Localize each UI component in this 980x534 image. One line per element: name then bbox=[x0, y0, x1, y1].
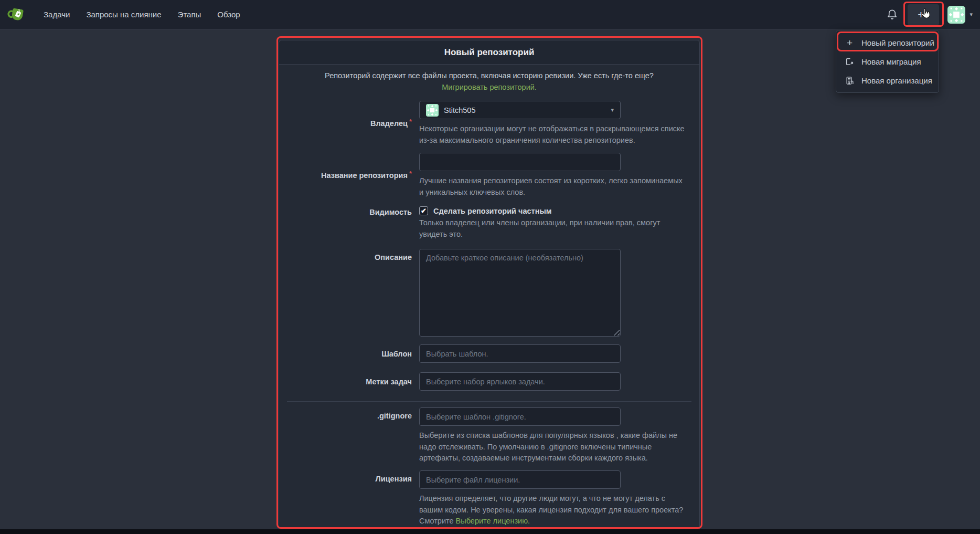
top-navbar: Задачи Запросы на слияние Этапы Обзор + … bbox=[0, 0, 980, 29]
migrate-repository-link[interactable]: Мигрировать репозиторий. bbox=[442, 83, 537, 91]
label-text: Видимость bbox=[369, 208, 412, 216]
bottom-edge-strip bbox=[0, 529, 980, 534]
repo-name-label: Название репозитория* bbox=[279, 171, 419, 180]
main-nav: Задачи Запросы на слияние Этапы Обзор bbox=[44, 10, 240, 19]
license-helper-text: Лицензия определяет, что другие люди мог… bbox=[419, 493, 686, 527]
menu-item-label: Новая организация bbox=[861, 76, 932, 85]
chevron-down-icon: ▾ bbox=[611, 107, 614, 113]
owner-helper-text: Некоторые организации могут не отображат… bbox=[419, 123, 686, 146]
issue-labels-field-row: Метки задач bbox=[279, 372, 699, 391]
private-checkbox-label[interactable]: Сделать репозиторий частным bbox=[433, 207, 552, 215]
template-label: Шаблон bbox=[279, 350, 419, 358]
gitignore-helper-text: Выберите из списка шаблонов для популярн… bbox=[419, 430, 686, 464]
visibility-field-row: Видимость ✔ Сделать репозиторий частным … bbox=[279, 206, 699, 240]
label-text: Метки задач bbox=[366, 378, 412, 386]
menu-item-new-repository[interactable]: + Новый репозиторий bbox=[836, 33, 939, 52]
issue-labels-input[interactable] bbox=[419, 372, 621, 391]
owner-avatar bbox=[426, 104, 439, 117]
label-text: Владелец bbox=[370, 119, 408, 128]
choose-license-link[interactable]: Выберите лицензию. bbox=[456, 517, 530, 525]
owner-select[interactable]: Stitch505 ▾ bbox=[419, 101, 621, 119]
owner-field-row: Владелец* Stitch505 ▾ Некоторые bbox=[279, 101, 699, 146]
license-field-row: Лицензия Лицензия определяет, что другие… bbox=[279, 470, 699, 527]
description-field-row: Описание bbox=[279, 249, 699, 337]
owner-selected-value: Stitch505 bbox=[444, 106, 475, 114]
private-checkbox[interactable]: ✔ bbox=[419, 206, 428, 215]
owner-label: Владелец* bbox=[279, 119, 419, 128]
required-marker: * bbox=[409, 118, 412, 125]
template-field-row: Шаблон bbox=[279, 344, 699, 363]
section-divider bbox=[287, 401, 691, 402]
organization-icon bbox=[845, 76, 854, 85]
template-input[interactable] bbox=[419, 344, 621, 363]
intro-static-text: Репозиторий содержит все файлы проекта, … bbox=[325, 71, 654, 80]
form-intro-text: Репозиторий содержит все файлы проекта, … bbox=[325, 70, 654, 93]
nav-item-issues[interactable]: Задачи bbox=[44, 10, 70, 19]
user-menu-chevron-icon[interactable]: ▾ bbox=[970, 11, 973, 18]
notifications-bell-icon[interactable] bbox=[886, 8, 898, 20]
create-new-dropdown-menu: + Новый репозиторий Новая миграция Новая… bbox=[836, 30, 939, 93]
nav-item-merge-requests[interactable]: Запросы на слияние bbox=[86, 10, 161, 19]
gitignore-field-row: .gitignore Выберите из списка шаблонов д… bbox=[279, 407, 699, 464]
visibility-helper-text: Только владелец или члены организации, п… bbox=[419, 217, 686, 240]
gitea-new-repository-page: Задачи Запросы на слияние Этапы Обзор + … bbox=[0, 0, 980, 534]
repo-name-helper-text: Лучшие названия репозиториев состоят из … bbox=[419, 175, 686, 198]
nav-item-milestones[interactable]: Этапы bbox=[178, 10, 201, 19]
menu-item-new-organization[interactable]: Новая организация bbox=[836, 71, 939, 90]
checkmark-icon: ✔ bbox=[421, 207, 427, 215]
label-text: Название репозитория bbox=[321, 171, 408, 180]
label-text: .gitignore bbox=[377, 412, 412, 420]
label-text: Шаблон bbox=[381, 350, 412, 358]
page-title: Новый репозиторий bbox=[444, 47, 535, 58]
migration-icon bbox=[845, 57, 854, 66]
new-repository-form: Новый репозиторий Репозиторий содержит в… bbox=[279, 40, 700, 534]
gitignore-label: .gitignore bbox=[279, 407, 419, 420]
license-input[interactable] bbox=[419, 470, 621, 489]
nav-item-explore[interactable]: Обзор bbox=[217, 10, 240, 19]
plus-icon: + bbox=[845, 38, 854, 47]
gitea-logo-icon[interactable] bbox=[7, 5, 26, 24]
user-avatar[interactable] bbox=[947, 6, 965, 24]
label-text: Описание bbox=[375, 253, 412, 261]
description-textarea[interactable] bbox=[419, 249, 621, 337]
form-header: Новый репозиторий bbox=[279, 40, 699, 65]
repo-name-input[interactable] bbox=[419, 153, 621, 171]
menu-item-label: Новая миграция bbox=[861, 57, 921, 66]
gitignore-input[interactable] bbox=[419, 407, 621, 426]
description-label: Описание bbox=[279, 249, 419, 261]
visibility-label: Видимость bbox=[279, 206, 419, 216]
mouse-cursor-icon bbox=[919, 7, 933, 23]
menu-item-label: Новый репозиторий bbox=[861, 38, 934, 47]
menu-item-new-migration[interactable]: Новая миграция bbox=[836, 52, 939, 71]
license-label: Лицензия bbox=[279, 470, 419, 483]
required-marker: * bbox=[409, 170, 412, 177]
issue-labels-label: Метки задач bbox=[279, 378, 419, 386]
label-text: Лицензия bbox=[376, 475, 412, 483]
repo-name-field-row: Название репозитория* Лучшие названия ре… bbox=[279, 153, 699, 198]
